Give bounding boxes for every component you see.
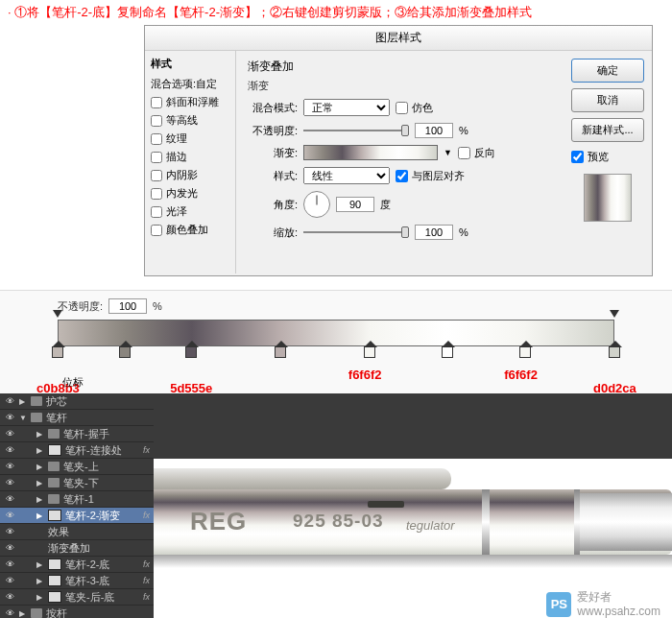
layer-row[interactable]: 👁▶笔杆-2-底fx [0, 557, 154, 573]
visibility-icon[interactable]: 👁 [4, 461, 15, 472]
dither-label: 仿色 [412, 101, 433, 115]
visibility-icon[interactable]: 👁 [4, 510, 15, 521]
style-item[interactable]: 光泽 [151, 202, 229, 221]
visibility-icon[interactable]: 👁 [4, 428, 15, 440]
style-checkbox[interactable] [151, 115, 162, 127]
visibility-icon[interactable]: 👁 [4, 395, 15, 407]
blend-options-row[interactable]: 混合选项:自定 [151, 75, 229, 93]
color-stop[interactable] [519, 346, 531, 360]
disclosure-icon[interactable]: ▶ [36, 577, 44, 585]
visibility-icon[interactable]: 👁 [4, 559, 15, 570]
visibility-icon[interactable]: 👁 [4, 591, 15, 603]
dialog-buttons: 确定 取消 新建样式... 预览 [564, 51, 652, 273]
disclosure-icon[interactable]: ▼ [19, 414, 27, 422]
style-item[interactable]: 内发光 [151, 184, 229, 202]
style-checkbox[interactable] [151, 97, 162, 108]
disclosure-icon[interactable]: ▶ [36, 446, 44, 455]
style-checkbox[interactable] [151, 188, 162, 200]
opacity-stop-right[interactable] [610, 310, 619, 320]
visibility-icon[interactable]: 👁 [4, 542, 15, 554]
style-item[interactable]: 描边 [151, 148, 229, 166]
color-stop[interactable] [609, 346, 620, 360]
color-stop[interactable] [275, 346, 286, 360]
style-checkbox[interactable] [151, 170, 162, 181]
opacity-stop-left[interactable] [53, 310, 62, 320]
angle-dial[interactable] [303, 191, 330, 218]
ok-button[interactable]: 确定 [571, 59, 644, 83]
layer-row[interactable]: 👁渐变叠加 [0, 540, 154, 557]
color-stop[interactable] [52, 346, 63, 360]
layer-name: 护芯 [46, 394, 67, 409]
layer-row[interactable]: 👁▶笔杆-握手 [0, 426, 154, 442]
gradient-chevron-icon[interactable]: ▼ [444, 148, 452, 157]
disclosure-icon[interactable]: ▶ [36, 593, 44, 602]
ge-opacity-input[interactable] [108, 298, 147, 314]
visibility-icon[interactable]: 👁 [4, 477, 15, 488]
visibility-icon[interactable]: 👁 [4, 444, 15, 456]
layer-row[interactable]: 👁▶笔夹-后-底fx [0, 589, 154, 606]
layer-row[interactable]: 👁▶笔夹-下 [0, 475, 154, 491]
disclosure-icon[interactable]: ▶ [36, 430, 44, 439]
layer-row[interactable]: 👁▼笔杆 [0, 410, 154, 426]
visibility-icon[interactable]: 👁 [4, 526, 15, 537]
gradient-preview[interactable] [303, 145, 438, 160]
opacity-slider[interactable] [303, 124, 409, 137]
disclosure-icon[interactable]: ▶ [36, 479, 44, 487]
disclosure-icon[interactable]: ▶ [19, 397, 27, 406]
disclosure-icon[interactable]: ▶ [36, 463, 44, 471]
layer-row[interactable]: 👁▶笔杆-连接处fx [0, 442, 154, 459]
cancel-button[interactable]: 取消 [571, 88, 644, 112]
style-item[interactable]: 斜面和浮雕 [151, 93, 229, 111]
layer-row[interactable]: 👁▶按杆 [0, 606, 154, 618]
pos-label: 位标 [62, 375, 84, 390]
style-item[interactable]: 纹理 [151, 130, 229, 148]
disclosure-icon[interactable]: ▶ [36, 560, 44, 569]
color-stop[interactable] [119, 346, 131, 360]
style-item[interactable]: 颜色叠加 [151, 221, 229, 239]
style-item[interactable]: 等高线 [151, 111, 229, 130]
style-checkbox[interactable] [151, 225, 162, 236]
visibility-icon[interactable]: 👁 [4, 575, 15, 586]
scale-slider[interactable] [303, 226, 409, 239]
styles-list: 样式 混合选项:自定 斜面和浮雕等高线纹理描边内阴影内发光光泽颜色叠加 [145, 51, 236, 273]
layer-name: 笔夹-后-底 [65, 590, 114, 605]
layer-thumb-icon [48, 510, 61, 521]
new-style-button[interactable]: 新建样式... [571, 118, 644, 142]
visibility-icon[interactable]: 👁 [4, 607, 15, 618]
angle-label: 角度: [248, 198, 298, 212]
disclosure-icon[interactable]: ▶ [36, 495, 44, 504]
bottom-section: 👁▶护芯👁▼笔杆👁▶笔杆-握手👁▶笔杆-连接处fx👁▶笔夹-上👁▶笔夹-下👁▶笔… [0, 393, 672, 618]
opacity-input[interactable] [415, 123, 453, 138]
style-item[interactable]: 内阴影 [151, 166, 229, 184]
style-checkbox[interactable] [151, 152, 162, 163]
preview-checkbox[interactable] [571, 151, 584, 163]
visibility-icon[interactable]: 👁 [4, 412, 15, 423]
style-checkbox[interactable] [151, 133, 162, 145]
disclosure-icon[interactable]: ▶ [36, 511, 44, 520]
scale-label: 缩放: [248, 226, 298, 240]
style-checkbox[interactable] [151, 206, 162, 218]
layer-row[interactable]: 👁▶笔夹-上 [0, 459, 154, 475]
blend-mode-select[interactable]: 正常 [303, 99, 390, 116]
layer-row[interactable]: 👁▶护芯 [0, 393, 154, 410]
reverse-checkbox[interactable] [458, 147, 470, 159]
dither-checkbox[interactable] [396, 102, 408, 114]
scale-input[interactable] [415, 225, 453, 240]
pen-text-num: 925 85-03 [293, 511, 384, 532]
percent-label: % [459, 125, 468, 136]
disclosure-icon[interactable]: ▶ [19, 609, 27, 618]
color-stop[interactable] [185, 346, 197, 360]
layer-row[interactable]: 👁▶笔杆-1 [0, 491, 154, 508]
style-select[interactable]: 线性 [303, 167, 390, 184]
dialog-section: 图层样式 样式 混合选项:自定 斜面和浮雕等高线纹理描边内阴影内发光光泽颜色叠加… [0, 25, 672, 290]
align-checkbox[interactable] [396, 170, 408, 182]
layer-row[interactable]: 👁▶笔杆-3-底fx [0, 573, 154, 589]
layer-row[interactable]: 👁▶笔杆-2-渐变fx [0, 508, 154, 524]
visibility-icon[interactable]: 👁 [4, 493, 15, 505]
style-label: 内发光 [166, 186, 198, 201]
color-stop[interactable] [364, 346, 375, 360]
pen-text-reg: REG [190, 507, 247, 536]
layer-row[interactable]: 👁效果 [0, 524, 154, 540]
angle-input[interactable] [336, 197, 374, 212]
color-stop[interactable] [442, 346, 453, 360]
